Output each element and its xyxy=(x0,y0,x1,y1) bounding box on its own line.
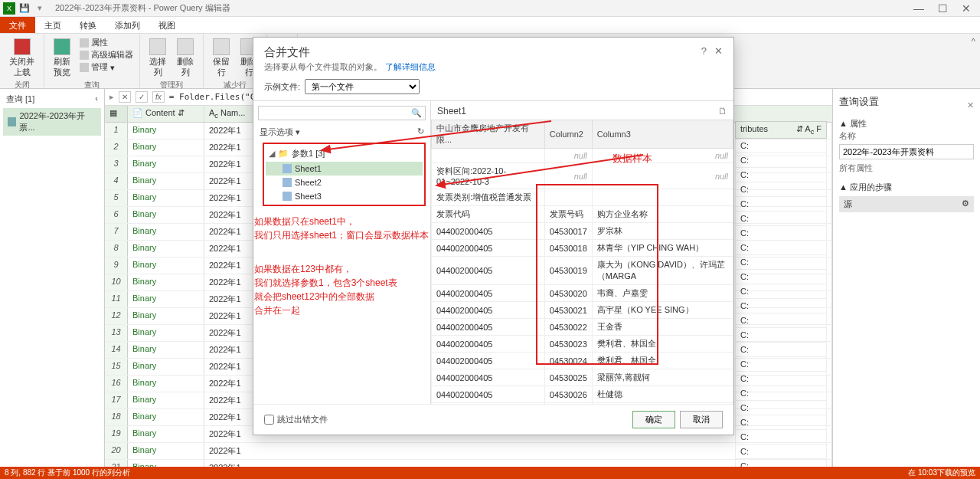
navigator-refresh-icon[interactable]: ↻ xyxy=(417,126,424,138)
tab-home[interactable]: 主页 xyxy=(35,17,70,33)
advanced-editor-button[interactable]: 高级编辑器 xyxy=(80,49,133,61)
step-source[interactable]: 源⚙ xyxy=(839,196,974,212)
preview-col1-header[interactable]: 中山市金鹰房地产开发有限... xyxy=(432,120,545,149)
row-number: 14 xyxy=(105,342,128,358)
sample-file-select[interactable]: 第一个文件 xyxy=(305,79,420,94)
content-cell[interactable]: Binary xyxy=(128,392,204,408)
sheet-icon xyxy=(283,164,292,173)
content-cell[interactable]: Binary xyxy=(128,123,204,139)
content-cell[interactable]: Binary xyxy=(128,139,204,156)
tab-transform[interactable]: 转换 xyxy=(70,17,106,33)
navigator-column: 🔍 显示选项 ▾↻ ◢📁参数1 [3] Sheet1 Sheet2 Sheet3 xyxy=(253,101,431,404)
row-number: 1 xyxy=(105,123,128,139)
navigator-search-input[interactable] xyxy=(262,109,411,118)
formula-text[interactable]: = Folder.Files("C xyxy=(169,92,256,102)
col-content-header[interactable]: 📄 Content ⇵ xyxy=(128,106,204,122)
preview-row[interactable]: 04400200040504530019康大为（KONG DAVID）、许玛芷（… xyxy=(432,257,733,285)
query-item[interactable]: 2022年-2023年开票... xyxy=(3,108,101,136)
preview-row[interactable]: 04400200040504530018林青华（YIP CHING WAH） xyxy=(432,240,733,257)
preview-row[interactable]: 04400200040504530021高宇星（KO YEE SING） xyxy=(432,302,733,319)
cancel-button[interactable]: 取消 xyxy=(680,411,723,428)
preview-refresh-icon[interactable]: 🗋 xyxy=(718,106,727,116)
skip-errors-checkbox[interactable]: 跳过出错文件 xyxy=(264,414,328,425)
table-row[interactable]: 20 Binary 2022年1 xyxy=(105,443,832,460)
navigator-search[interactable]: 🔍 xyxy=(258,106,426,120)
close-load-button[interactable]: 关闭并 上载 xyxy=(6,37,38,80)
content-cell[interactable]: Binary xyxy=(128,376,204,392)
row-number: 12 xyxy=(105,308,128,324)
tab-file[interactable]: 文件 xyxy=(0,17,35,33)
content-cell[interactable]: Binary xyxy=(128,342,204,358)
content-cell[interactable]: Binary xyxy=(128,409,204,425)
properties-button[interactable]: 属性 xyxy=(80,37,133,49)
minimize-button[interactable]: — xyxy=(913,2,924,15)
tab-view[interactable]: 视图 xyxy=(149,17,185,33)
close-button[interactable]: ✕ xyxy=(962,2,971,15)
preview-row[interactable]: 04400200040504530022王金香 xyxy=(432,319,733,336)
preview-col3-header[interactable]: Column3 xyxy=(592,120,733,149)
tree-item-sheet2[interactable]: Sheet2 xyxy=(266,176,423,189)
close-settings-icon[interactable]: ✕ xyxy=(967,100,974,110)
save-icon[interactable]: 💾 xyxy=(18,2,31,15)
preview-row[interactable]: 资料区间:2022-10-01~2022-10-3nullnull xyxy=(432,163,733,189)
content-cell[interactable]: Binary xyxy=(128,291,204,307)
content-cell[interactable]: Binary xyxy=(128,224,204,240)
content-cell[interactable]: Binary xyxy=(128,258,204,274)
all-properties-link[interactable]: 所有属性 xyxy=(839,163,974,174)
preview-table[interactable]: 中山市金鹰房地产开发有限... Column2 Column3 nullnull… xyxy=(431,120,733,404)
row-nav-icon[interactable]: ▸ xyxy=(109,92,114,102)
row-number: 7 xyxy=(105,224,128,240)
content-cell[interactable]: Binary xyxy=(128,460,204,467)
name-label: 名称 xyxy=(839,131,974,142)
window-controls: — ☐ ✕ xyxy=(913,2,977,15)
content-cell[interactable]: Binary xyxy=(128,443,204,459)
content-cell[interactable]: Binary xyxy=(128,190,204,206)
preview-row[interactable]: 04400200040504530017罗宗林 xyxy=(432,223,733,240)
ok-button[interactable]: 确定 xyxy=(632,411,675,428)
dialog-close-icon[interactable]: ✕ xyxy=(714,45,723,57)
content-cell[interactable]: Binary xyxy=(128,274,204,290)
dialog-help-icon[interactable]: ? xyxy=(701,45,707,57)
preview-row[interactable]: 发票代码发票号码购方企业名称 xyxy=(432,206,733,223)
corner-cell[interactable]: ▦ xyxy=(105,106,128,122)
collapse-pane-icon[interactable]: ‹ xyxy=(95,94,98,105)
manage-button[interactable]: 管理 ▾ xyxy=(80,61,133,74)
query-name-input[interactable] xyxy=(839,144,974,159)
attributes-cell: C: xyxy=(735,168,827,182)
content-cell[interactable]: Binary xyxy=(128,241,204,257)
content-cell[interactable]: Binary xyxy=(128,325,204,341)
content-cell[interactable]: Binary xyxy=(128,308,204,324)
preview-row[interactable]: 04400200040504530023樊利君、林国全 xyxy=(432,336,733,353)
tree-item-sheet1[interactable]: Sheet1 xyxy=(266,162,423,176)
preview-row[interactable]: 发票类别:增值税普通发票 xyxy=(432,189,733,206)
learn-more-link[interactable]: 了解详细信息 xyxy=(385,62,436,71)
content-cell[interactable]: Binary xyxy=(128,173,204,189)
step-gear-icon[interactable]: ⚙ xyxy=(962,198,969,210)
remove-cols-button[interactable]: 删除 列 xyxy=(174,37,197,80)
preview-row[interactable]: 04400200040504530026杜健德 xyxy=(432,386,733,403)
dropdown-icon[interactable]: ▾ xyxy=(34,2,46,15)
preview-col2-header[interactable]: Column2 xyxy=(544,120,592,149)
preview-row[interactable]: nullnull xyxy=(432,149,733,163)
display-options-link[interactable]: 显示选项 ▾ xyxy=(260,126,300,138)
attributes-cell: C: xyxy=(735,153,827,168)
content-cell[interactable]: Binary xyxy=(128,359,204,375)
content-cell[interactable]: Binary xyxy=(128,426,204,442)
content-cell[interactable]: Binary xyxy=(128,156,204,172)
table-row[interactable]: 21 Binary 2022年1 xyxy=(105,460,832,467)
tree-item-sheet3[interactable]: Sheet3 xyxy=(266,189,423,203)
fx-button[interactable]: fx xyxy=(152,91,165,103)
keep-rows-button[interactable]: 保留 行 xyxy=(210,37,233,80)
preview-row[interactable]: 04400200040504530020韦裔、卢嘉雯 xyxy=(432,285,733,302)
preview-row[interactable]: 04400200040504530024樊利君、林国全 xyxy=(432,353,733,369)
tree-root-param1[interactable]: ◢📁参数1 [3] xyxy=(266,146,423,162)
preview-row[interactable]: 04400200040504530025梁丽萍,蒋靓轲 xyxy=(432,369,733,386)
choose-cols-button[interactable]: 选择 列 xyxy=(146,37,169,80)
row-number: 10 xyxy=(105,274,128,290)
cancel-formula-button[interactable]: ✕ xyxy=(119,91,131,103)
maximize-button[interactable]: ☐ xyxy=(938,2,948,15)
content-cell[interactable]: Binary xyxy=(128,207,204,223)
refresh-preview-button[interactable]: 刷新 预览 xyxy=(51,37,74,80)
tab-addcolumn[interactable]: 添加列 xyxy=(106,17,149,33)
accept-formula-button[interactable]: ✓ xyxy=(136,91,148,103)
